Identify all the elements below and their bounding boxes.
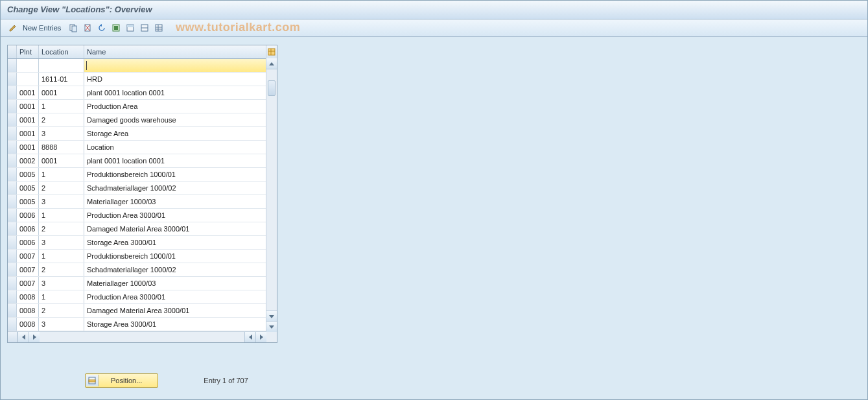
hscroll-right-button[interactable]: [29, 332, 40, 342]
cell-location[interactable]: 2: [39, 304, 84, 317]
undo-change-icon[interactable]: [96, 22, 108, 34]
cell-name[interactable]: Storage Area 3000/01: [84, 236, 277, 249]
row-selector[interactable]: [8, 59, 17, 72]
cell-plnt[interactable]: 0001: [17, 141, 39, 154]
cell-plnt[interactable]: 0007: [17, 263, 39, 276]
cell-location[interactable]: 1: [39, 168, 84, 181]
cell-location[interactable]: 8888: [39, 141, 84, 154]
row-selector[interactable]: [8, 86, 17, 99]
row-selector[interactable]: [8, 318, 17, 331]
cell-plnt[interactable]: 0008: [17, 290, 39, 303]
delete-icon[interactable]: [82, 22, 93, 34]
row-selector[interactable]: [8, 154, 17, 167]
cell-name[interactable]: Production Area: [84, 100, 277, 113]
cell-plnt[interactable]: 0006: [17, 222, 39, 235]
cell-name[interactable]: Storage Area 3000/01: [84, 318, 277, 331]
cell-name[interactable]: Damaged Material Area 3000/01: [84, 222, 277, 235]
select-block-icon[interactable]: [124, 22, 136, 34]
scroll-down-button[interactable]: [266, 311, 277, 322]
column-header-plnt[interactable]: Plnt: [17, 45, 39, 58]
row-selector[interactable]: [8, 209, 17, 222]
row-selector[interactable]: [8, 277, 17, 290]
cell-name[interactable]: Produktionsbereich 1000/01: [84, 250, 277, 263]
cell-location[interactable]: 1611-01: [39, 73, 84, 86]
row-selector[interactable]: [8, 113, 17, 126]
cell-plnt[interactable]: 0006: [17, 236, 39, 249]
row-selector[interactable]: [8, 236, 17, 249]
cell-name[interactable]: HRD: [84, 73, 277, 86]
select-all-icon[interactable]: [110, 22, 122, 34]
row-selector[interactable]: [8, 290, 17, 303]
cell-name[interactable]: Damaged Material Area 3000/01: [84, 304, 277, 317]
cell-plnt[interactable]: 0002: [17, 154, 39, 167]
hscroll-right-button-2[interactable]: [255, 332, 266, 342]
cell-name[interactable]: Production Area 3000/01: [84, 290, 277, 303]
cell-plnt[interactable]: 0007: [17, 277, 39, 290]
cell-location[interactable]: 1: [39, 250, 84, 263]
cell-name-input[interactable]: [84, 59, 277, 72]
cell-plnt[interactable]: [17, 59, 39, 72]
cell-name[interactable]: Schadmateriallager 1000/02: [84, 182, 277, 194]
cell-location[interactable]: 2: [39, 222, 84, 235]
cell-plnt[interactable]: 0008: [17, 304, 39, 317]
row-selector[interactable]: [8, 141, 17, 154]
cell-location[interactable]: 3: [39, 318, 84, 331]
row-selector[interactable]: [8, 73, 17, 86]
row-selector[interactable]: [8, 100, 17, 113]
cell-location[interactable]: 3: [39, 277, 84, 290]
cell-location[interactable]: 2: [39, 263, 84, 276]
row-selector[interactable]: [8, 195, 17, 208]
row-selector[interactable]: [8, 182, 17, 194]
scroll-down-button-2[interactable]: [266, 321, 277, 332]
cell-name[interactable]: plant 0001 location 0001: [84, 86, 277, 99]
cell-location[interactable]: 2: [39, 182, 84, 194]
cell-location[interactable]: 1: [39, 290, 84, 303]
cell-plnt[interactable]: 0001: [17, 86, 39, 99]
scroll-up-button[interactable]: [266, 58, 277, 69]
configure-columns-icon[interactable]: [266, 45, 277, 58]
new-entries-button[interactable]: New Entries: [23, 24, 61, 32]
toggle-display-change-icon[interactable]: [7, 22, 19, 34]
copy-as-icon[interactable]: [67, 22, 79, 34]
cell-plnt[interactable]: 0001: [17, 113, 39, 126]
hscroll-left-button[interactable]: [18, 332, 29, 342]
cell-name[interactable]: Produktionsbereich 1000/01: [84, 168, 277, 181]
cell-name[interactable]: Location: [84, 141, 277, 154]
cell-plnt[interactable]: 0005: [17, 195, 39, 208]
cell-plnt[interactable]: 0005: [17, 182, 39, 194]
cell-plnt[interactable]: 0006: [17, 209, 39, 222]
cell-location[interactable]: 1: [39, 100, 84, 113]
row-selector[interactable]: [8, 263, 17, 276]
cell-name[interactable]: Damaged goods warehouse: [84, 113, 277, 126]
cell-plnt[interactable]: 0001: [17, 100, 39, 113]
position-button[interactable]: Position...: [85, 373, 158, 388]
column-header-name[interactable]: Name: [84, 45, 266, 58]
row-selector[interactable]: [8, 250, 17, 263]
row-selector[interactable]: [8, 127, 17, 140]
cell-location[interactable]: 1: [39, 209, 84, 222]
deselect-all-icon[interactable]: [139, 22, 150, 34]
cell-location[interactable]: 0001: [39, 86, 84, 99]
cell-location[interactable]: 3: [39, 236, 84, 249]
cell-location[interactable]: 2: [39, 113, 84, 126]
cell-plnt[interactable]: 0008: [17, 318, 39, 331]
cell-name[interactable]: Storage Area: [84, 127, 277, 140]
cell-name[interactable]: Schadmateriallager 1000/02: [84, 263, 277, 276]
row-selector[interactable]: [8, 222, 17, 235]
hscroll-left-button-2[interactable]: [244, 332, 255, 342]
row-selector[interactable]: [8, 304, 17, 317]
cell-location[interactable]: 0001: [39, 154, 84, 167]
cell-location[interactable]: [39, 59, 84, 72]
cell-plnt[interactable]: 0005: [17, 168, 39, 181]
cell-name[interactable]: plant 0001 location 0001: [84, 154, 277, 167]
table-settings-icon[interactable]: [153, 22, 165, 34]
column-header-location[interactable]: Location: [39, 45, 84, 58]
scroll-thumb[interactable]: [268, 80, 276, 96]
cell-name[interactable]: Production Area 3000/01: [84, 209, 277, 222]
select-all-column[interactable]: [8, 45, 17, 58]
cell-plnt[interactable]: 0007: [17, 250, 39, 263]
cell-name[interactable]: Materiallager 1000/03: [84, 277, 277, 290]
cell-location[interactable]: 3: [39, 127, 84, 140]
cell-plnt[interactable]: [17, 73, 39, 86]
cell-plnt[interactable]: 0001: [17, 127, 39, 140]
